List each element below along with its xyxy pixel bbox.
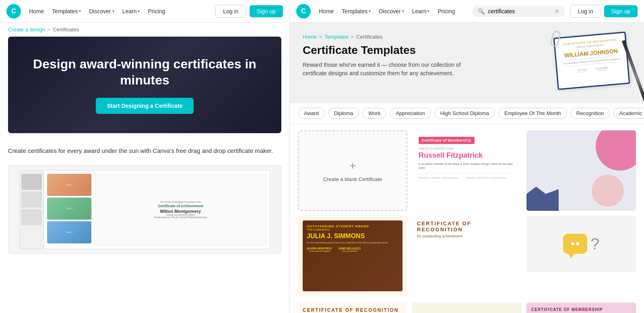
search-input[interactable] (488, 8, 552, 14)
template-membership-pink: CERTIFICATE OF MEMBERSHIP for outstandin… (526, 303, 636, 313)
right-breadcrumb: Home > Templates > Certificates (303, 34, 478, 44)
student-sig1-title: University President (307, 250, 332, 252)
left-description: Create certificates for every award unde… (8, 146, 281, 156)
student-bg: OUTSTANDING STUDENT AWARD This is awarde… (303, 220, 402, 291)
template-student-card[interactable]: OUTSTANDING STUDENT AWARD This is awarde… (298, 216, 407, 296)
preview-sidebar-item (21, 209, 42, 225)
right-breadcrumb-sep2: > (351, 34, 354, 40)
right-panel: C Home Templates ▾ Discover ▾ Learn ▾ Pr… (290, 0, 644, 313)
right-breadcrumb-templates[interactable]: Templates (324, 34, 348, 40)
left-nav-home[interactable]: Home (26, 6, 47, 17)
templates-chevron-icon: ▾ (79, 9, 81, 13)
student-name: JULIA J. SIMMONS (307, 233, 398, 240)
preview-thumbnails: Cert 1 Cert 2 Cert 3 (47, 174, 91, 245)
learn-chevron-icon: ▾ (138, 9, 140, 13)
filter-tab-academic[interactable]: Academic (613, 108, 644, 119)
search-container: 🔍 ✕ (472, 6, 565, 17)
right-nav-home[interactable]: Home (316, 6, 337, 17)
template-chat-card[interactable]: ? (526, 216, 636, 296)
right-nav: C Home Templates ▾ Discover ▾ Learn ▾ Pr… (290, 0, 644, 23)
template-recognition-bottom-card[interactable]: CERTIFICATE OF RECOGNITION (298, 303, 407, 313)
template-membership: Certificate of Membership THIS IS TO CER… (412, 130, 522, 211)
left-nav-learn[interactable]: Learn ▾ (119, 6, 143, 17)
student-sig2-title: Vice President (339, 250, 361, 252)
right-nav-discover[interactable]: Discover ▾ (376, 6, 407, 17)
template-recognition-card[interactable]: CERTIFICATE OF RECOGNITION for outstandi… (412, 216, 522, 296)
template-abstract (526, 130, 636, 211)
cert-sig1-title: Vice President (577, 70, 588, 73)
abstract-circle-big (596, 130, 636, 171)
filter-tab-recognition[interactable]: Recognition (570, 108, 610, 119)
right-nav-pricing[interactable]: Pricing (434, 6, 458, 17)
right-signup-button[interactable]: Sign up (604, 5, 638, 17)
template-chat: ? (526, 216, 636, 272)
cert-preview-achievement: Certificate of Achievement (158, 204, 203, 208)
membership-pink-title: CERTIFICATE OF MEMBERSHIP (531, 307, 631, 312)
student-award-label: OUTSTANDING STUDENT AWARD (307, 224, 398, 228)
left-logo[interactable]: C (6, 4, 21, 19)
left-breadcrumb-create[interactable]: Create a design (8, 27, 45, 33)
left-content: Create certificates for every award unde… (0, 133, 289, 262)
left-breadcrumb-current: Certificates (53, 27, 79, 33)
preview-thumb-3: Cert 3 (47, 221, 91, 243)
right-nav-actions: Log in Sign up (570, 5, 638, 18)
blank-plus-icon: + (349, 159, 356, 172)
left-signup-button[interactable]: Sign up (250, 5, 283, 17)
cert-card: CERTIFICATE OF RECOGNITION Bestows High … (553, 31, 630, 90)
preview-sidebar (20, 171, 44, 249)
right-hero-desc: Reward those who've earned it — choose f… (303, 61, 478, 78)
abstract-wave (526, 187, 559, 211)
preview-sidebar-item (21, 192, 42, 208)
right-learn-chevron-icon: ▾ (427, 9, 429, 13)
cert-card-name: WILLIAM JOHNSON (564, 47, 618, 59)
chat-dot-2 (576, 242, 579, 245)
recognition-bottom: CERTIFICATE OF RECOGNITION (298, 303, 407, 313)
cert-preview-name: Milton Montgomery (160, 209, 201, 214)
chat-bubble (563, 234, 587, 254)
filter-tab-award[interactable]: Award (298, 108, 325, 119)
search-clear-icon[interactable]: ✕ (555, 8, 559, 14)
right-logo[interactable]: C (296, 4, 311, 19)
template-abstract-card[interactable] (526, 130, 636, 211)
question-mark-icon: ? (590, 235, 599, 253)
left-nav-discover[interactable]: Discover ▾ (86, 6, 117, 17)
left-nav-pricing[interactable]: Pricing (144, 6, 168, 17)
left-nav-templates[interactable]: Templates ▾ (49, 6, 84, 17)
preview-thumb-1: Cert 1 (47, 174, 91, 196)
template-membership-card[interactable]: Certificate of Membership THIS IS TO CER… (412, 130, 522, 211)
discover-chevron-icon: ▾ (112, 9, 114, 13)
search-icon: 🔍 (478, 8, 485, 14)
left-preview-mockup: Cert 1 Cert 2 Cert 3 The Chefs of Moltin… (8, 165, 281, 254)
filter-tab-diploma[interactable]: Diploma (328, 108, 359, 119)
template-membership-pink-card[interactable]: CERTIFICATE OF MEMBERSHIP for outstandin… (526, 303, 636, 313)
right-nav-templates[interactable]: Templates ▾ (339, 6, 374, 17)
left-login-button[interactable]: Log in (215, 5, 246, 18)
blank-certificate-label: Create a blank Certificate (323, 176, 382, 182)
recognition-sub: for outstanding achievement (417, 234, 517, 238)
filter-tabs: Award Diploma Work Appreciation High Sch… (290, 103, 644, 124)
filter-tab-work[interactable]: Work (362, 108, 386, 119)
bottom-templates-row: CERTIFICATE OF RECOGNITION ? CERTIFICATE (290, 303, 644, 313)
right-nav-learn[interactable]: Learn ▾ (409, 6, 433, 17)
template-recognition: CERTIFICATE OF RECOGNITION for outstandi… (412, 216, 522, 272)
filter-tab-appreciation[interactable]: Appreciation (390, 108, 431, 119)
preview-canvas: The Chefs of Molting Pat presents this C… (95, 174, 266, 245)
start-designing-button[interactable]: Start Designing a Certificate (96, 98, 194, 114)
left-nav-actions: Log in Sign up (215, 5, 283, 18)
filter-tab-employee[interactable]: Employee Of The Month (498, 108, 567, 119)
student-sig2-name: IONE BELLACCI (339, 247, 361, 250)
right-breadcrumb-home[interactable]: Home (303, 34, 317, 40)
recognition-title: CERTIFICATE OF RECOGNITION (417, 220, 517, 233)
template-chat-bottom-card[interactable]: ? (412, 303, 522, 313)
abstract-circle-med (592, 175, 624, 207)
filter-tab-highschool[interactable]: High School Diploma (434, 108, 495, 119)
right-templates-chevron-icon: ▾ (369, 9, 371, 13)
membership-certify: THIS IS TO CERTIFY THAT (419, 147, 515, 150)
right-hero-title: Certificate Templates (303, 44, 478, 57)
blank-certificate-card[interactable]: + Create a blank Certificate (298, 130, 407, 211)
left-nav-links: Home Templates ▾ Discover ▾ Learn ▾ Pric… (26, 6, 215, 17)
right-login-button[interactable]: Log in (570, 5, 601, 18)
preview-thumb-2: Cert 2 (47, 198, 91, 220)
chat-bottom: ? (412, 303, 522, 313)
left-panel: C Home Templates ▾ Discover ▾ Learn ▾ Pr… (0, 0, 290, 313)
